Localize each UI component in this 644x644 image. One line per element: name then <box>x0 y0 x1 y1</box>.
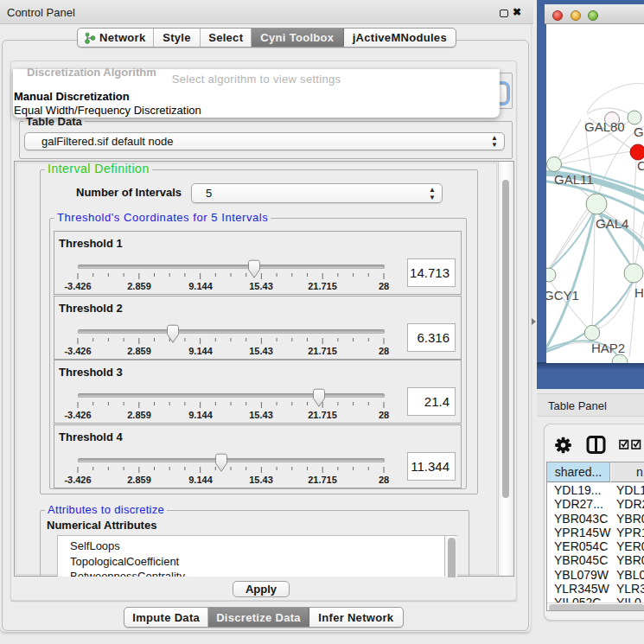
svg-text:C: C <box>637 158 644 173</box>
svg-text:GCY1: GCY1 <box>546 288 579 303</box>
svg-text:GAL11: GAL11 <box>554 172 594 187</box>
svg-text:HAP2: HAP2 <box>591 341 625 355</box>
svg-text:H: H <box>634 285 644 300</box>
svg-text:G.: G. <box>634 124 644 139</box>
svg-text:GAL80: GAL80 <box>584 119 625 134</box>
svg-text:GAL4: GAL4 <box>596 216 628 231</box>
